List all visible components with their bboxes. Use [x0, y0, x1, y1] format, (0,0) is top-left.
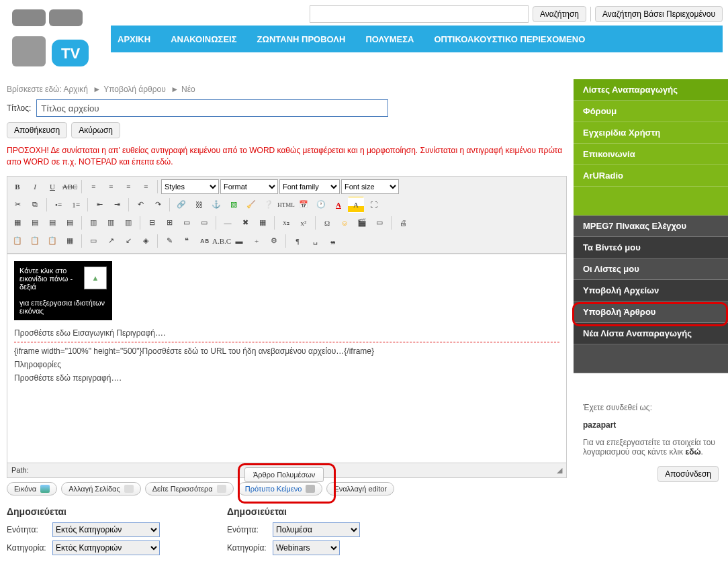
outdent-button[interactable]: ⇤ — [91, 197, 107, 213]
col-after-button[interactable]: ▥ — [103, 215, 119, 231]
media-button[interactable]: 🎬 — [354, 215, 370, 231]
chip-readmore[interactable]: Δείτε Περισσότερα — [145, 482, 234, 495]
side-radio[interactable]: ArURadio — [574, 165, 728, 187]
side-upload-files[interactable]: Υποβολή Αρχείων — [574, 280, 728, 301]
visualaid-button[interactable]: ▦ — [255, 215, 271, 231]
undo-button[interactable]: ↶ — [132, 197, 148, 213]
del-button[interactable]: ▬ — [231, 233, 247, 249]
cite-button[interactable]: ❝ — [179, 233, 195, 249]
side-new-playlist[interactable]: Νέα Λίστα Αναπαραγωγής — [574, 323, 728, 344]
del-row-button[interactable]: ▤ — [62, 215, 78, 231]
bgcolor-button[interactable]: A — [348, 197, 364, 213]
paste-button[interactable]: 📋 — [9, 233, 26, 249]
strike-button[interactable]: ABC — [62, 179, 78, 195]
row-before-button[interactable]: ▤ — [27, 215, 43, 231]
fullscreen-button[interactable]: ⛶ — [365, 197, 381, 213]
align-right-button[interactable]: ≡ — [120, 179, 136, 195]
italic-button[interactable]: I — [27, 179, 43, 195]
cancel-button[interactable]: Ακύρωση — [71, 122, 120, 138]
chip-template[interactable]: Πρότυπο Κείμενο — [238, 482, 323, 495]
ins-button[interactable]: + — [248, 233, 265, 249]
logo[interactable]: TV — [0, 3, 111, 77]
row-after-button[interactable]: ▤ — [44, 215, 60, 231]
forward-button[interactable]: ↗ — [103, 233, 119, 249]
side-submit-article[interactable]: Υποβολή Άρθρου — [574, 301, 728, 323]
rowprops-button[interactable]: ▭ — [179, 215, 195, 231]
side-manuals[interactable]: Εγχειρίδια Χρήστη — [574, 122, 728, 144]
content-search-button[interactable]: Αναζήτηση Βάσει Περιεχομένου — [595, 6, 723, 22]
side-mpeg7[interactable]: MPEG7 Πίνακας Ελέγχου — [574, 216, 728, 237]
save-button[interactable]: Αποθήκευση — [7, 122, 67, 138]
fontfamily-select[interactable]: Font family — [279, 179, 340, 194]
align-left-button[interactable]: ≡ — [85, 179, 101, 195]
search-input[interactable] — [310, 5, 529, 23]
split-button[interactable]: ⊟ — [144, 215, 160, 231]
align-center-button[interactable]: ≡ — [103, 179, 119, 195]
align-justify-button[interactable]: ≡ — [138, 179, 154, 195]
title-input[interactable] — [36, 99, 388, 117]
nbsp-button[interactable]: ␣ — [307, 233, 323, 249]
logout-button[interactable]: Αποσύνδεση — [657, 466, 719, 482]
nav-live[interactable]: ΖΩΝΤΑΝΗ ΠΡΟΒΟΛΗ — [257, 34, 346, 44]
fontsize-select[interactable]: Font size — [341, 179, 399, 194]
side-contact[interactable]: Επικοινωνία — [574, 144, 728, 165]
date-button[interactable]: 📅 — [295, 197, 312, 213]
layer-button[interactable]: ▭ — [85, 233, 101, 249]
hr-button[interactable]: — — [220, 215, 236, 231]
help-button[interactable]: ❔ — [261, 197, 277, 213]
underline-button[interactable]: U — [44, 179, 60, 195]
styles-select[interactable]: Styles — [161, 179, 219, 194]
merge-button[interactable]: ⊞ — [161, 215, 177, 231]
link-button[interactable]: 🔗 — [173, 197, 189, 213]
acronym-button[interactable]: A.B.C — [214, 233, 230, 249]
section-select-left[interactable]: Εκτός Κατηγοριών — [52, 522, 160, 537]
redo-button[interactable]: ↷ — [150, 197, 166, 213]
image-button[interactable]: ▧ — [226, 197, 242, 213]
attr-button[interactable]: ⚙ — [266, 233, 282, 249]
abbr-button[interactable]: ᴀʙ — [196, 233, 212, 249]
side-myvideos[interactable]: Τα Βίντεό μου — [574, 237, 728, 258]
search-button[interactable]: Αναζήτηση — [533, 6, 586, 22]
section-select-right[interactable]: Πολυμέσα — [273, 522, 360, 537]
chip-image[interactable]: Εικόνα — [7, 482, 57, 495]
html-button[interactable]: HTML — [278, 197, 294, 213]
side-playlists[interactable]: Λίστες Αναπαραγωγής — [574, 79, 728, 101]
remove-format-button[interactable]: ✖ — [237, 215, 253, 231]
emoji-button[interactable]: ☺ — [336, 215, 353, 231]
absolute-button[interactable]: ◈ — [138, 233, 154, 249]
style-button[interactable]: ✎ — [161, 233, 177, 249]
del-col-button[interactable]: ▥ — [120, 215, 136, 231]
textcolor-button[interactable]: A — [330, 197, 347, 213]
char-button[interactable]: Ω — [319, 215, 335, 231]
side-forum[interactable]: Φόρουμ — [574, 101, 728, 122]
sub-button[interactable]: x₂ — [278, 215, 294, 231]
cellprops-button[interactable]: ▭ — [196, 215, 212, 231]
iframe-button[interactable]: ▭ — [371, 215, 388, 231]
table-button[interactable]: ▦ — [9, 215, 26, 231]
ul-button[interactable]: •≡ — [50, 197, 66, 213]
anchor-button[interactable]: ⚓ — [208, 197, 224, 213]
chip-pagebreak[interactable]: Αλλαγή Σελίδας — [61, 482, 141, 495]
editor-canvas[interactable]: ▲ Κάντε κλικ στο εικονίδιο πάνω - δεξιά … — [7, 254, 566, 463]
print-button[interactable]: 🖨 — [395, 215, 411, 231]
category-select-left[interactable]: Εκτός Κατηγοριών — [52, 540, 160, 555]
select-all-button[interactable]: ▦ — [62, 233, 78, 249]
unlink-button[interactable]: ⛓ — [191, 197, 207, 213]
paste-text-button[interactable]: 📋 — [44, 233, 60, 249]
nav-home[interactable]: ΑΡΧΙΚΗ — [118, 34, 150, 44]
backward-button[interactable]: ↙ — [120, 233, 136, 249]
cut-button[interactable]: ✂ — [9, 197, 26, 213]
crumb-submit[interactable]: Υποβολή άρθρου — [103, 85, 166, 94]
time-button[interactable]: 🕐 — [313, 197, 329, 213]
copy-button[interactable]: ⧉ — [27, 197, 43, 213]
resize-handle-icon[interactable]: ◢ — [557, 466, 562, 475]
ol-button[interactable]: 1≡ — [68, 197, 84, 213]
format-select[interactable]: Format — [220, 179, 278, 194]
col-before-button[interactable]: ▥ — [85, 215, 101, 231]
clean-button[interactable]: 🧹 — [243, 197, 259, 213]
chip-toggle-editor[interactable]: Εναλλαγή editor — [326, 482, 394, 495]
image-placeholder[interactable]: ▲ Κάντε κλικ στο εικονίδιο πάνω - δεξιά … — [14, 261, 112, 320]
visualchars-button[interactable]: ¶ — [289, 233, 306, 249]
crumb-home[interactable]: Αρχική — [64, 85, 88, 94]
nav-announcements[interactable]: ΑΝΑΚΟΙΝΩΣΕΙΣ — [171, 34, 236, 44]
